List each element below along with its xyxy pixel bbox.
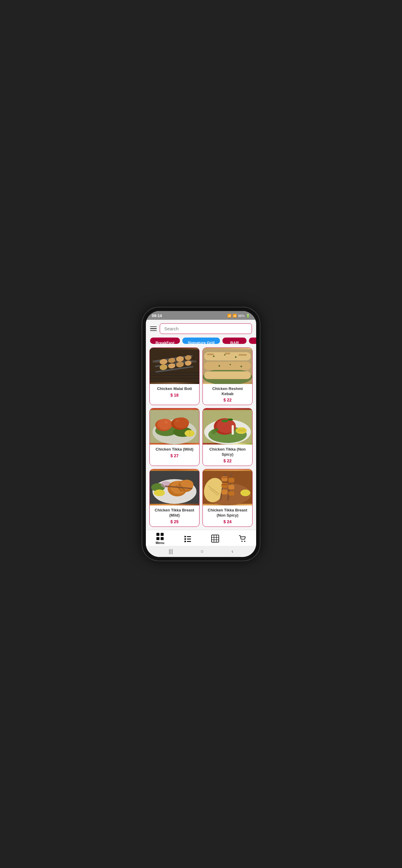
- svg-rect-89: [184, 536, 186, 537]
- svg-point-55: [221, 420, 228, 423]
- svg-point-35: [157, 419, 173, 430]
- nav-cart[interactable]: [239, 535, 247, 542]
- food-name-1: Chicken Malai Boti: [153, 386, 196, 392]
- svg-rect-90: [187, 536, 191, 537]
- svg-rect-28: [225, 352, 230, 354]
- svg-rect-27: [207, 353, 214, 355]
- svg-rect-79: [228, 478, 235, 483]
- food-name-6: Chicken Tikka Breast (Non Spicy): [206, 508, 249, 518]
- categories-bar: BreakFast Signature Grill BAR Food Sa S: [146, 338, 256, 347]
- svg-point-24: [218, 365, 220, 367]
- android-nav: ||| ○ ‹: [146, 546, 256, 557]
- food-card-2[interactable]: Chicken Reshmi Kebab $ 22: [203, 347, 252, 405]
- nav-table[interactable]: [211, 535, 219, 542]
- svg-rect-85: [156, 533, 159, 536]
- svg-rect-80: [228, 485, 235, 490]
- food-name-3: Chicken Tikka (Mild): [153, 447, 196, 452]
- svg-point-49: [236, 427, 247, 434]
- svg-rect-93: [184, 541, 186, 542]
- svg-rect-91: [184, 538, 186, 540]
- svg-rect-19: [204, 362, 251, 370]
- bottom-nav: Menu: [146, 530, 256, 546]
- food-image-3: [150, 408, 199, 444]
- table-icon: [211, 535, 219, 542]
- status-bar: 09:14 📶 📶 98% 🔋: [146, 311, 256, 320]
- hamburger-line-2: [150, 328, 157, 329]
- list-icon: [184, 535, 192, 542]
- svg-rect-29: [238, 354, 247, 355]
- svg-point-100: [241, 541, 243, 542]
- hamburger-button[interactable]: [150, 327, 157, 331]
- svg-rect-78: [221, 490, 227, 495]
- svg-rect-88: [161, 537, 164, 540]
- food-info-2: Chicken Reshmi Kebab $ 22: [203, 384, 252, 405]
- svg-rect-87: [156, 537, 159, 540]
- svg-point-42: [171, 425, 173, 427]
- svg-point-26: [241, 366, 242, 367]
- svg-rect-77: [221, 483, 227, 488]
- battery-pct: 98%: [238, 314, 245, 318]
- food-info-5: Chicken Tikka Breast (Mild) $ 25: [150, 505, 199, 527]
- wifi-icon: 📶: [227, 314, 231, 318]
- category-signature-grill[interactable]: Signature Grill: [182, 338, 220, 344]
- food-price-5: $ 25: [153, 519, 196, 524]
- food-grid: Chicken Malai Boti $ 18: [146, 347, 256, 530]
- svg-rect-86: [161, 533, 164, 536]
- nav-menu-label: Menu: [155, 541, 164, 545]
- nav-menu[interactable]: Menu: [155, 532, 164, 545]
- food-card-5[interactable]: Chicken Tikka Breast (Mild) $ 25: [150, 469, 199, 527]
- status-time: 09:14: [152, 313, 162, 318]
- status-icons: 📶 📶 98% 🔋: [227, 314, 250, 318]
- food-card-1[interactable]: Chicken Malai Boti $ 18: [150, 347, 199, 405]
- svg-point-22: [224, 354, 226, 355]
- phone-inner: 09:14 📶 📶 98% 🔋 BreakFast: [146, 311, 256, 557]
- android-home-btn[interactable]: ○: [201, 548, 204, 555]
- cart-icon: [239, 535, 247, 542]
- food-info-1: Chicken Malai Boti $ 18: [150, 384, 199, 400]
- nav-list[interactable]: [184, 535, 192, 542]
- svg-point-23: [235, 356, 237, 358]
- search-input[interactable]: [160, 323, 252, 334]
- category-bar[interactable]: BAR: [222, 338, 247, 344]
- food-name-4: Chicken Tikka (Non Spicy): [206, 447, 249, 457]
- food-image-1: [150, 348, 199, 384]
- hamburger-line-1: [150, 327, 157, 327]
- food-card-6[interactable]: Chicken Tikka Breast (Non Spicy) $ 24: [203, 469, 252, 527]
- food-price-1: $ 18: [153, 393, 196, 398]
- hamburger-line-3: [150, 330, 157, 331]
- category-food[interactable]: Food: [249, 338, 256, 344]
- food-name-5: Chicken Tikka Breast (Mild): [153, 508, 196, 518]
- food-card-3[interactable]: Chicken Tikka (Mild) $ 27: [150, 408, 199, 466]
- svg-point-41: [176, 420, 178, 422]
- svg-point-25: [229, 364, 231, 365]
- svg-rect-20: [204, 371, 251, 379]
- food-info-3: Chicken Tikka (Mild) $ 27: [150, 444, 199, 461]
- svg-rect-95: [212, 535, 219, 542]
- svg-point-101: [244, 541, 245, 542]
- food-price-6: $ 24: [206, 519, 249, 524]
- food-price-3: $ 27: [153, 453, 196, 458]
- food-price-4: $ 22: [206, 458, 249, 463]
- food-card-4[interactable]: Chicken Tikka (Non Spicy) $ 22: [203, 408, 252, 466]
- svg-rect-48: [232, 425, 234, 435]
- food-image-6: [203, 469, 252, 505]
- food-price-2: $ 22: [206, 398, 249, 402]
- app-content: BreakFast Signature Grill BAR Food Sa S: [146, 320, 256, 530]
- svg-point-21: [213, 355, 215, 357]
- food-image-4: [203, 408, 252, 444]
- phone-frame: 09:14 📶 📶 98% 🔋 BreakFast: [142, 307, 260, 561]
- svg-rect-94: [187, 541, 191, 542]
- android-menu-btn[interactable]: |||: [169, 548, 173, 555]
- svg-rect-92: [187, 538, 191, 539]
- food-image-5: [150, 469, 199, 505]
- signal-icon: 📶: [233, 314, 237, 318]
- food-image-2: [203, 348, 252, 384]
- svg-point-60: [154, 490, 165, 496]
- svg-rect-81: [228, 491, 235, 496]
- svg-rect-76: [221, 476, 227, 481]
- android-back-btn[interactable]: ‹: [231, 548, 233, 555]
- food-info-4: Chicken Tikka (Non Spicy) $ 22: [203, 444, 252, 466]
- category-breakfast[interactable]: BreakFast: [150, 338, 180, 344]
- svg-point-40: [165, 421, 167, 424]
- header: [146, 320, 256, 338]
